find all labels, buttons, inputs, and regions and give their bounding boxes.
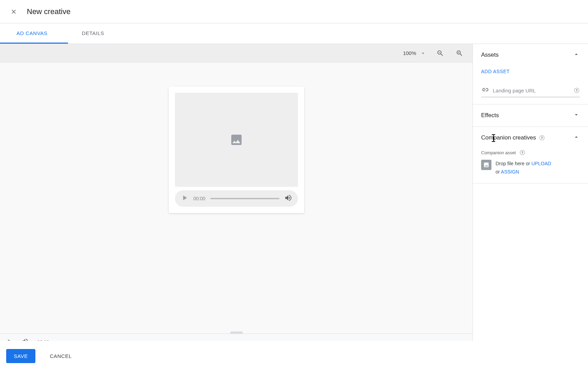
play-icon (180, 194, 189, 202)
panel-companion: Companion creatives ? Companion asset ? (473, 127, 588, 183)
footer-actions: SAVE CANCEL (0, 341, 588, 371)
tab-ad-canvas[interactable]: AD CANVAS (0, 23, 68, 44)
zoom-value: 100% (403, 50, 416, 56)
zoom-dropdown[interactable]: 100% (403, 50, 426, 56)
app-header: New creative (0, 0, 588, 23)
page-title: New creative (27, 7, 70, 16)
add-asset-button[interactable]: ADD ASSET (481, 69, 580, 74)
companion-asset-label: Companion asset (481, 150, 516, 155)
help-icon[interactable]: ? (539, 135, 545, 141)
player-time: 00:00 (193, 196, 206, 201)
player-progress[interactable] (210, 198, 279, 199)
panel-assets-header[interactable]: Assets (481, 51, 580, 59)
save-button[interactable]: SAVE (6, 349, 35, 363)
stage-resize-handle[interactable] (230, 331, 243, 334)
panel-assets: Assets ADD ASSET ? (473, 44, 588, 104)
image-thumb-icon (481, 160, 491, 170)
canvas-stage[interactable]: 00:00 (0, 63, 473, 334)
link-icon (481, 86, 489, 95)
assign-link[interactable]: ASSIGN (501, 169, 519, 175)
creative-player-controls: 00:00 (175, 190, 298, 207)
svg-text:?: ? (522, 151, 523, 154)
zoom-out-icon (436, 49, 444, 57)
chevron-up-icon (573, 51, 580, 58)
creative-media-placeholder[interactable] (175, 93, 298, 187)
close-button[interactable] (7, 5, 21, 19)
volume-button[interactable] (284, 194, 292, 203)
chevron-up-icon (573, 134, 580, 140)
image-placeholder-icon (230, 133, 243, 147)
zoom-in-icon (456, 49, 463, 57)
companion-drop-text: Drop file here or UPLOAD or ASSIGN (496, 160, 551, 176)
volume-icon (284, 194, 292, 202)
zoom-out-button[interactable] (435, 48, 445, 58)
tab-bar: AD CANVAS DETAILS (0, 23, 588, 44)
zoom-in-button[interactable] (455, 48, 464, 58)
svg-text:?: ? (576, 89, 578, 92)
companion-asset-label-row: Companion asset ? (481, 149, 580, 156)
panel-companion-header[interactable]: Companion creatives ? (481, 134, 580, 142)
upload-link[interactable]: UPLOAD (531, 161, 551, 166)
cancel-button[interactable]: CANCEL (42, 349, 79, 363)
panel-companion-title: Companion creatives (481, 134, 536, 141)
close-icon (10, 8, 17, 15)
panel-assets-title: Assets (481, 52, 499, 58)
creative-preview-card: 00:00 (169, 87, 304, 213)
panel-effects-title: Effects (481, 112, 499, 119)
chevron-down-icon (573, 111, 580, 118)
panel-effects: Effects (473, 104, 588, 127)
play-button[interactable] (180, 194, 189, 203)
canvas-toolbar: 100% (0, 44, 473, 63)
tab-details[interactable]: DETAILS (68, 23, 118, 44)
companion-dropzone[interactable]: Drop file here or UPLOAD or ASSIGN (481, 160, 580, 176)
panel-effects-header[interactable]: Effects (481, 111, 580, 120)
landing-url-input[interactable] (493, 88, 569, 93)
side-panel: Assets ADD ASSET ? Effects (473, 44, 588, 371)
svg-text:?: ? (541, 136, 543, 139)
landing-url-row: ? (481, 86, 580, 97)
help-icon[interactable]: ? (574, 87, 580, 93)
caret-down-icon (420, 50, 426, 56)
help-icon[interactable]: ? (519, 149, 525, 156)
